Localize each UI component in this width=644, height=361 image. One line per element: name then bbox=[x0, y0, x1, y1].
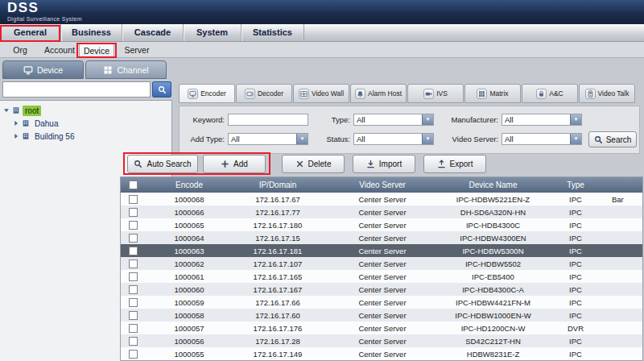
row-checkbox[interactable] bbox=[129, 247, 138, 255]
table-row[interactable]: 1000062172.16.17.107Center ServerIPC-HDB… bbox=[121, 257, 642, 270]
cell-type: IPC bbox=[543, 231, 608, 244]
sub-menu-bar: OrgAccountDeviceServer bbox=[0, 42, 644, 58]
video-server-label: Video Server: bbox=[442, 133, 498, 145]
table-row[interactable]: 1000061172.16.17.165Center ServerIPC-EB5… bbox=[121, 270, 642, 283]
cell-device_name: IPC-HDBW5300N bbox=[443, 244, 543, 257]
device-tab-video-wall[interactable]: Video Wall bbox=[293, 84, 349, 103]
table-row[interactable]: 1000064172.16.17.15Center ServerIPC-HDBW… bbox=[121, 231, 642, 244]
submenu-item-account[interactable]: Account bbox=[40, 43, 79, 57]
search-button[interactable]: Search bbox=[588, 131, 637, 147]
cell-video_server: Center Server bbox=[322, 193, 443, 205]
chevron-down-icon[interactable]: ▼ bbox=[422, 114, 433, 125]
row-checkbox[interactable] bbox=[129, 234, 138, 243]
cell-encode: 1000055 bbox=[145, 347, 233, 360]
keyword-input[interactable] bbox=[228, 114, 308, 126]
alarm-host-icon bbox=[357, 90, 364, 98]
column-header-encode: Encode bbox=[145, 177, 233, 193]
cell-type: IPC bbox=[543, 205, 608, 218]
row-checkbox[interactable] bbox=[129, 298, 138, 307]
add-type-select[interactable]: All▼ bbox=[228, 133, 308, 145]
table-row[interactable]: 1000056172.16.17.28Center ServerSD42C212… bbox=[121, 334, 642, 347]
auto-search-button[interactable]: Auto Search bbox=[127, 155, 198, 173]
left-search-bar bbox=[2, 81, 171, 98]
chevron-right-icon bbox=[13, 133, 19, 139]
chevron-down-icon[interactable]: ▼ bbox=[570, 134, 581, 144]
add-button[interactable]: Add bbox=[203, 155, 266, 173]
left-panel-tab-channel[interactable]: Channel bbox=[85, 60, 167, 79]
table-row[interactable]: 1000065172.16.17.180Center ServerIPC-HDB… bbox=[121, 218, 642, 231]
submenu-item-server[interactable]: Server bbox=[119, 43, 155, 57]
cell-encode: 1000062 bbox=[145, 257, 233, 270]
import-button[interactable]: Import bbox=[353, 155, 415, 173]
row-checkbox-cell bbox=[121, 244, 145, 257]
menu-tab-cascade[interactable]: Cascade bbox=[122, 24, 184, 41]
row-checkbox[interactable] bbox=[129, 285, 138, 294]
row-checkbox[interactable] bbox=[129, 350, 138, 359]
device-tab-icon-frame bbox=[585, 89, 596, 99]
row-checkbox[interactable] bbox=[129, 208, 138, 217]
status-select[interactable]: All▼ bbox=[353, 133, 434, 145]
tree-search-button[interactable] bbox=[152, 81, 171, 98]
video-server-select[interactable]: All▼ bbox=[502, 133, 582, 145]
tree-item-dahua[interactable]: Dahua bbox=[13, 118, 60, 129]
search-button-label: Search bbox=[606, 135, 632, 144]
device-tab-encoder[interactable]: Encoder bbox=[179, 84, 235, 103]
delete-button[interactable]: Delete bbox=[282, 155, 345, 173]
device-tab-decoder[interactable]: Decoder bbox=[236, 84, 292, 103]
search-icon bbox=[594, 135, 603, 144]
cell-ip: 172.16.17.167 bbox=[233, 283, 322, 296]
menu-tab-business[interactable]: Business bbox=[61, 24, 122, 41]
row-checkbox[interactable] bbox=[129, 337, 138, 346]
row-checkbox[interactable] bbox=[129, 221, 138, 230]
type-select[interactable]: All▼ bbox=[353, 114, 434, 126]
cell-extra bbox=[608, 231, 642, 244]
cell-encode: 1000065 bbox=[145, 218, 233, 231]
row-checkbox[interactable] bbox=[129, 324, 138, 333]
chevron-down-icon[interactable]: ▼ bbox=[570, 114, 581, 125]
row-checkbox[interactable] bbox=[129, 259, 138, 268]
cell-extra bbox=[608, 205, 642, 218]
select-all-checkbox[interactable] bbox=[129, 180, 138, 189]
tree-item-root[interactable]: root bbox=[3, 105, 41, 116]
device-tab-icon-frame bbox=[188, 89, 198, 99]
chevron-down-icon bbox=[3, 107, 10, 114]
row-checkbox[interactable] bbox=[129, 195, 138, 204]
row-checkbox[interactable] bbox=[129, 311, 138, 320]
cell-type: IPC bbox=[543, 334, 608, 347]
row-checkbox[interactable] bbox=[129, 272, 138, 281]
chevron-down-icon[interactable]: ▼ bbox=[422, 134, 433, 144]
menu-tab-general[interactable]: General bbox=[0, 24, 61, 41]
cell-extra bbox=[608, 257, 642, 270]
table-row[interactable]: 1000057172.16.17.176Center ServerIPC-HD1… bbox=[121, 322, 642, 334]
device-tab-ivs[interactable]: IVS bbox=[407, 84, 464, 103]
tree-item-building-56[interactable]: Building 56 bbox=[13, 131, 76, 142]
device-tab-alarm-host[interactable]: Alarm Host bbox=[350, 84, 407, 103]
table-row[interactable]: 1000059172.16.17.66Center ServerIPC-HDBW… bbox=[121, 296, 642, 309]
device-tab-matrix[interactable]: Matrix bbox=[464, 84, 521, 103]
cell-encode: 1000060 bbox=[145, 283, 233, 296]
table-row[interactable]: 1000055172.16.17.149Center ServerHDBW823… bbox=[121, 347, 642, 360]
table-row[interactable]: 1000068172.16.17.67Center ServerIPC-HDBW… bbox=[121, 193, 642, 205]
cell-video_server: Center Server bbox=[322, 347, 443, 360]
export-button[interactable]: Export bbox=[423, 155, 486, 173]
tree-search-input[interactable] bbox=[2, 81, 151, 98]
table-header: EncodeIP/DomainVideo ServerDevice NameTy… bbox=[121, 177, 642, 193]
menu-tab-system[interactable]: System bbox=[184, 24, 242, 41]
submenu-item-org[interactable]: Org bbox=[5, 43, 35, 57]
table-row[interactable]: 1000066172.16.17.77Center ServerDH-SD6A3… bbox=[121, 205, 642, 218]
device-tab-a-c[interactable]: A&C bbox=[522, 84, 578, 103]
row-checkbox-cell bbox=[121, 231, 145, 244]
device-tab-video-talk[interactable]: Video Talk bbox=[579, 84, 635, 103]
menu-tab-statistics[interactable]: Statistics bbox=[242, 24, 304, 41]
table-row[interactable]: 1000063172.16.17.181Center ServerIPC-HDB… bbox=[121, 244, 642, 257]
table-row[interactable]: 1000060172.16.17.167Center ServerIPC-HDB… bbox=[121, 283, 642, 296]
manufacturer-select[interactable]: All▼ bbox=[502, 114, 582, 126]
cell-type: IPC bbox=[543, 218, 608, 231]
row-checkbox-cell bbox=[121, 205, 145, 218]
cell-video_server: Center Server bbox=[322, 231, 443, 244]
left-panel-tab-device[interactable]: Device bbox=[2, 60, 84, 79]
chevron-down-icon[interactable]: ▼ bbox=[296, 134, 308, 144]
submenu-item-device[interactable]: Device bbox=[79, 43, 114, 57]
table-row[interactable]: 1000058172.16.17.60Center ServerIPC-HDBW… bbox=[121, 309, 642, 322]
cell-video_server: Center Server bbox=[322, 283, 443, 296]
